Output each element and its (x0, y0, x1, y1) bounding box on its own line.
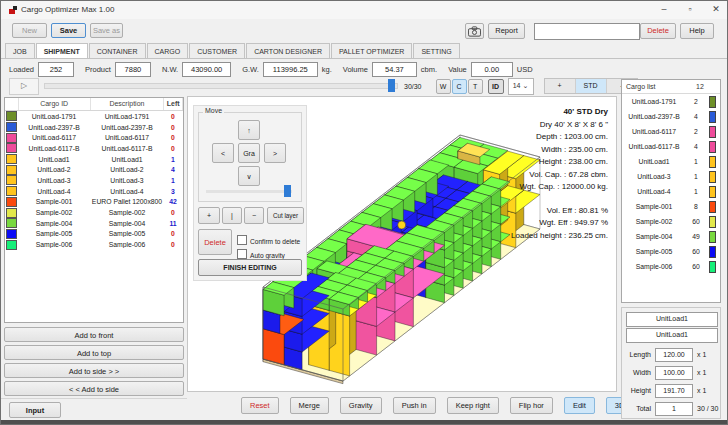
field-unit: cbm. (421, 65, 437, 74)
cargo-table: Cargo ID Description Left UnitLoad-1791U… (4, 97, 184, 323)
table-row[interactable]: UnitLoad-4UnitLoad-43 (5, 186, 183, 197)
pipe-button[interactable]: | (222, 207, 242, 224)
list-item[interactable]: Sample-00560 (622, 244, 720, 259)
move-right-button[interactable]: > (264, 143, 286, 163)
view-mode-w[interactable]: W (436, 79, 451, 94)
save-button[interactable]: Save (51, 23, 86, 38)
list-item[interactable]: UnitLoad-61172 (622, 124, 720, 139)
close-button[interactable]: ✕ (703, 1, 728, 18)
play-button[interactable]: ▷ (9, 78, 39, 95)
window-title: Cargo Optimizer Max 1.00 (21, 5, 114, 14)
list-item[interactable]: Sample-00260 (622, 214, 720, 229)
timeline-slider[interactable] (44, 83, 398, 89)
tab-carton-designer[interactable]: CARTON DESIGNER (246, 43, 330, 59)
tab-container[interactable]: CONTAINER (89, 43, 146, 59)
push-in-button[interactable]: Push in (393, 397, 436, 414)
delete-cargo-button[interactable]: Delete (198, 229, 232, 255)
table-row[interactable]: UnitLoad-6117-BUnitLoad-6117-B0 (5, 143, 183, 154)
save-as-button[interactable]: Save as (90, 23, 123, 38)
table-row[interactable]: UnitLoad-2UnitLoad-24 (5, 164, 183, 175)
table-row[interactable]: Sample-001EURO Pallet 1200x80042 (5, 197, 183, 208)
list-item[interactable]: UnitLoad-31 (622, 169, 720, 184)
help-button[interactable]: Help (680, 23, 714, 39)
report-button[interactable]: Report (488, 23, 525, 39)
input-button[interactable]: Input (9, 402, 61, 418)
table-row[interactable]: UnitLoad-1791UnitLoad-17910 (5, 111, 183, 122)
table-row[interactable]: Sample-005Sample-0050 (5, 229, 183, 240)
field-value[interactable]: 0.00 (471, 62, 513, 77)
search-input[interactable] (534, 23, 640, 40)
tab-cargo[interactable]: CARGO (147, 43, 189, 59)
cut-layer-button[interactable]: Cut layer (267, 207, 304, 224)
move-up-button[interactable]: ↑ (238, 120, 260, 140)
minimize-button[interactable]: – (651, 1, 677, 18)
view-mode-t[interactable]: T (468, 79, 483, 94)
reset-button[interactable]: Reset (241, 397, 279, 414)
tab-customer[interactable]: CUSTOMER (189, 43, 245, 59)
field-value[interactable]: 252 (38, 62, 74, 77)
field-value[interactable]: 54.37 (372, 62, 417, 77)
cargo-id-cell: UnitLoad1 (18, 156, 90, 163)
selected-cargo-field-1[interactable]: UnitLoad1 (626, 312, 718, 327)
gravity-button[interactable]: Gravity (340, 397, 382, 414)
move-slider-thumb[interactable] (284, 185, 291, 197)
table-row[interactable]: UnitLoad-6117UnitLoad-61170 (5, 132, 183, 143)
load-plan-canvas[interactable]: Move ↑ < Gra > ∨ + | − Cut layer Delete … (187, 96, 617, 392)
slider-thumb[interactable] (388, 79, 395, 92)
new-button[interactable]: New (12, 23, 47, 38)
finish-editing-button[interactable]: FINISH EDITING (198, 259, 302, 276)
scale-plus[interactable]: + (545, 79, 576, 93)
font-size-select[interactable]: 14 ⌄ (508, 78, 534, 95)
list-item[interactable]: UnitLoad-2397-B4 (622, 109, 720, 124)
scale-std[interactable]: STD (576, 79, 607, 93)
tab-job[interactable]: JOB (5, 43, 35, 59)
shrink-button[interactable]: − (244, 207, 264, 224)
move-left-button[interactable]: < (212, 143, 234, 163)
expand-button[interactable]: + (198, 207, 220, 224)
table-row[interactable]: Sample-006Sample-0060 (5, 239, 183, 250)
dim-value[interactable]: 100.00 (655, 366, 693, 380)
table-row[interactable]: Sample-004Sample-00411 (5, 218, 183, 229)
camera-button[interactable] (465, 23, 484, 39)
keep-right-button[interactable]: Keep right (447, 397, 499, 414)
merge-button[interactable]: Merge (290, 397, 329, 414)
tab-pallet-optimizer[interactable]: PALLET OPTIMIZER (331, 43, 412, 59)
list-item[interactable]: Sample-00660 (622, 259, 720, 274)
gravity-center-button[interactable]: Gra (238, 143, 260, 163)
move-step-slider[interactable] (206, 190, 292, 193)
list-item[interactable]: UnitLoad11 (622, 154, 720, 169)
side-button-1[interactable]: Add to top (4, 345, 184, 360)
camera-icon (468, 26, 481, 37)
flip-hor-button[interactable]: Flip hor (510, 397, 553, 414)
tab-setting[interactable]: SETTING (413, 43, 459, 59)
table-row[interactable]: Sample-002Sample-0020 (5, 207, 183, 218)
list-item[interactable]: Sample-0018 (622, 199, 720, 214)
list-item[interactable]: UnitLoad-6117-B4 (622, 139, 720, 154)
edit-button[interactable]: Edit (564, 397, 595, 414)
move-down-button[interactable]: ∨ (238, 166, 260, 186)
left-count-cell: 0 (164, 230, 182, 237)
total-label: Total (622, 402, 651, 416)
side-button-0[interactable]: Add to front (4, 327, 184, 342)
view-mode-c[interactable]: C (452, 79, 467, 94)
table-row[interactable]: UnitLoad-3UnitLoad-31 (5, 175, 183, 186)
delete-button[interactable]: Delete (640, 23, 676, 39)
field-value[interactable]: 7880 (115, 62, 151, 77)
id-toggle-button[interactable]: ID (488, 79, 504, 94)
total-value[interactable]: 1 (655, 402, 693, 416)
list-item[interactable]: Sample-00449 (622, 229, 720, 244)
maximize-button[interactable]: ▫ (677, 1, 703, 18)
dim-value[interactable]: 191.70 (655, 384, 693, 398)
field-value[interactable]: 113996.25 (263, 62, 318, 77)
selected-cargo-field-2[interactable]: UnitLoad1 (626, 328, 718, 343)
table-row[interactable]: UnitLoad-2397-BUnitLoad-2397-B0 (5, 122, 183, 133)
dim-value[interactable]: 120.00 (655, 348, 693, 362)
table-row[interactable]: UnitLoad1UnitLoad11 (5, 154, 183, 165)
list-item[interactable]: UnitLoad-17912 (622, 94, 720, 109)
side-button-3[interactable]: < < Add to side (4, 381, 184, 396)
field-label: G.W. (242, 65, 259, 74)
list-item[interactable]: UnitLoad-41 (622, 184, 720, 199)
tab-shipment[interactable]: SHIPMENT (36, 43, 88, 59)
field-value[interactable]: 43090.00 (182, 62, 231, 77)
side-button-2[interactable]: Add to side > > (4, 363, 184, 378)
